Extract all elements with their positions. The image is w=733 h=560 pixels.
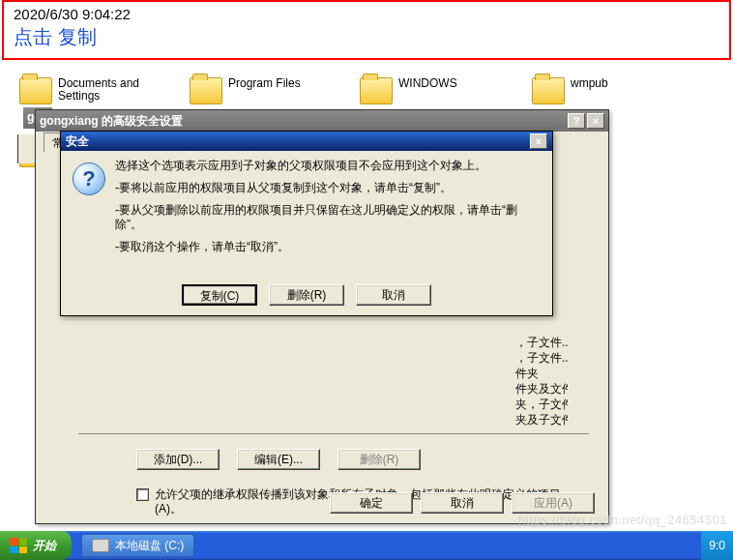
apply-button[interactable]: 应用(A) xyxy=(512,492,595,514)
desktop-icon-label: Documents and Settings xyxy=(58,77,145,103)
modal-title: 安全 xyxy=(66,133,89,150)
dialog-footer-buttons: 确定 取消 应用(A) xyxy=(330,492,595,514)
edit-button[interactable]: 编辑(E)... xyxy=(237,449,320,470)
remove-button[interactable]: 删除(R) xyxy=(337,449,421,470)
question-icon: ? xyxy=(73,162,105,195)
folder-icon xyxy=(360,77,393,104)
dialog-title: gongxiang 的高级安全设置 xyxy=(40,113,183,130)
desktop-icon[interactable]: WINDOWS xyxy=(360,77,457,104)
desktop-icon-label: Program Files xyxy=(228,77,301,90)
annotation-instruction: 点击 复制 xyxy=(14,24,719,50)
start-button[interactable]: 开始 xyxy=(0,531,72,560)
permission-list-fragment: ，子文件... ，子文件... 件夹 件夹及文件 夹，子文件... 夹及子文件夹 xyxy=(515,335,568,427)
checkbox-icon[interactable] xyxy=(136,488,149,501)
folder-icon xyxy=(19,77,52,104)
ok-button[interactable]: 确定 xyxy=(330,492,413,514)
start-label: 开始 xyxy=(33,538,56,554)
close-button[interactable]: × xyxy=(530,133,547,149)
help-button[interactable]: ? xyxy=(568,113,585,129)
security-confirm-dialog: 安全 × ? 选择这个选项表示应用到子对象的父项权限项目不会应用到这个对象上。 … xyxy=(60,131,553,316)
close-button[interactable]: × xyxy=(587,113,604,129)
desktop-icon-label: WINDOWS xyxy=(398,77,457,90)
copy-button[interactable]: 复制(C) xyxy=(182,284,257,306)
taskbar: 开始 本地磁盘 (C:) 9:0 xyxy=(0,531,733,560)
taskbar-item[interactable]: 本地磁盘 (C:) xyxy=(81,534,194,557)
annotation-timestamp: 2020/6/30 9:04:22 xyxy=(14,6,719,22)
cancel-button[interactable]: 取消 xyxy=(421,492,504,514)
cancel-button[interactable]: 取消 xyxy=(356,284,431,306)
dialog-titlebar[interactable]: gongxiang 的高级安全设置 ? × xyxy=(36,110,608,132)
desktop-icon[interactable]: wmpub xyxy=(532,77,608,104)
desktop-icon-label: wmpub xyxy=(571,77,608,90)
taskbar-item-label: 本地磁盘 (C:) xyxy=(115,538,184,554)
delete-button[interactable]: 删除(R) xyxy=(269,284,344,306)
desktop-icon[interactable]: Documents and Settings xyxy=(19,77,145,104)
system-tray[interactable]: 9:0 xyxy=(701,531,733,560)
add-button[interactable]: 添加(D)... xyxy=(136,449,220,470)
folder-icon xyxy=(532,77,565,104)
folder-icon xyxy=(190,77,222,104)
clock: 9:0 xyxy=(709,539,725,552)
modal-message: 选择这个选项表示应用到子对象的父项权限项目不会应用到这个对象上。 -要将以前应用… xyxy=(115,159,541,262)
windows-logo-icon xyxy=(10,538,27,553)
desktop-icon[interactable]: Program Files xyxy=(190,77,301,104)
modal-titlebar[interactable]: 安全 × xyxy=(61,132,552,151)
annotation-box: 2020/6/30 9:04:22 点击 复制 xyxy=(2,0,731,60)
drive-icon xyxy=(92,539,109,552)
